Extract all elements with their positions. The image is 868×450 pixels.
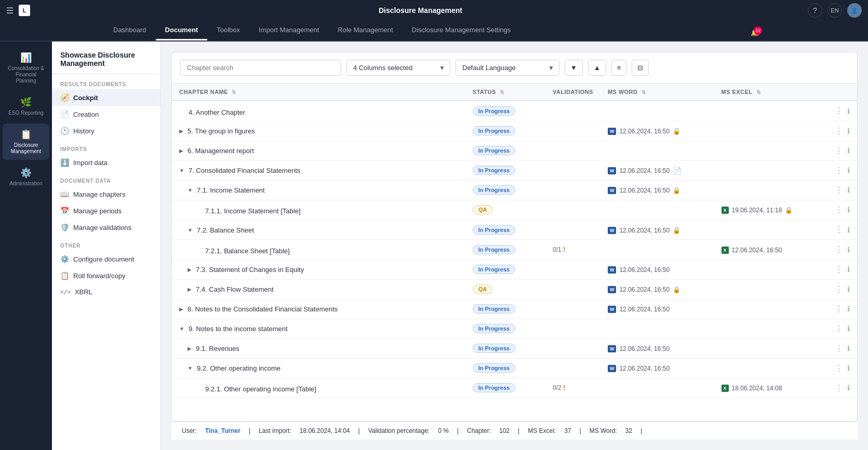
sidebar-item-esg[interactable]: 🌿 ESG Reporting — [3, 91, 49, 121]
row-info-icon[interactable]: ℹ — [847, 166, 850, 174]
expand-down-icon[interactable]: ▼ — [179, 168, 184, 173]
help-button[interactable]: ? — [808, 3, 822, 18]
expand-right-icon[interactable]: ▶ — [179, 148, 183, 154]
expand-all-button[interactable]: ▲ — [588, 60, 606, 76]
row-info-icon[interactable]: ℹ — [847, 226, 850, 234]
expand-down-icon[interactable]: ▼ — [188, 365, 193, 371]
row-info-icon[interactable]: ℹ — [847, 364, 850, 372]
columns-select[interactable]: 4 Columns selected — [346, 60, 450, 76]
expand-right-icon[interactable]: ▶ — [179, 306, 183, 312]
row-more-icon[interactable]: ⋮ — [835, 324, 843, 334]
section-label-docdata: DOCUMENT DATA — [52, 171, 161, 186]
sidebar-item-manage-chapters[interactable]: 📖 Manage chapters — [52, 186, 161, 202]
sidebar-item-xbrl[interactable]: </> XBRL — [52, 284, 161, 300]
nav-dashboard[interactable]: Dashboard — [104, 21, 156, 40]
configure-icon: ⚙️ — [60, 255, 69, 263]
sidebar-item-consolidation[interactable]: 📊 Consolidation & Financial Planning — [3, 47, 49, 89]
status-badge: In Progress — [473, 166, 516, 175]
expand-right-icon[interactable]: ▶ — [188, 287, 192, 292]
nav-role-management[interactable]: Role Management — [328, 21, 402, 40]
row-more-icon[interactable]: ⋮ — [835, 146, 843, 156]
nav-toolbox[interactable]: Toolbox — [207, 21, 249, 40]
table-row: 4. Another ChapterIn Progress ⋮ ℹ — [172, 101, 857, 121]
expand-right-icon[interactable]: ▶ — [188, 346, 192, 351]
actions-cell: ⋮ ℹ — [827, 279, 857, 299]
sidebar-item-import-data[interactable]: ⬇️ Import data — [52, 154, 161, 171]
expand-right-icon[interactable]: ▶ — [188, 267, 192, 272]
excel-cell — [714, 299, 827, 319]
row-more-icon[interactable]: ⋮ — [835, 383, 843, 393]
row-info-icon[interactable]: ℹ — [847, 186, 850, 194]
search-input[interactable] — [180, 60, 341, 76]
row-more-icon[interactable]: ⋮ — [835, 284, 843, 294]
creation-label: Creation — [73, 111, 99, 118]
nav-settings[interactable]: Disclosure Management Settings — [403, 21, 520, 40]
sidebar-item-manage-validations[interactable]: 🛡️ Manage validations — [52, 219, 161, 236]
chapter-name-cell: ▼7.2. Balance Sheet — [172, 220, 465, 240]
chapter-name-cell: ▶7.3. Statement of Changes in Equity — [172, 260, 465, 279]
validation-text: 0/2 — [553, 384, 562, 391]
row-more-icon[interactable]: ⋮ — [835, 185, 843, 195]
sidebar-item-disclosure[interactable]: 📋 Disclosure Management — [3, 124, 49, 160]
row-info-icon[interactable]: ℹ — [847, 265, 850, 274]
row-more-icon[interactable]: ⋮ — [835, 106, 843, 116]
xbrl-icon: </> — [60, 289, 71, 295]
status-cell: In Progress — [465, 180, 545, 200]
row-info-icon[interactable]: ℹ — [847, 305, 850, 313]
row-more-icon[interactable]: ⋮ — [835, 244, 843, 254]
xbrl-label: XBRL — [75, 288, 92, 296]
row-info-icon[interactable]: ℹ — [847, 324, 850, 333]
row-more-icon[interactable]: ⋮ — [835, 205, 843, 215]
expand-right-icon[interactable]: ▶ — [179, 128, 183, 134]
row-info-icon[interactable]: ℹ — [847, 127, 850, 135]
word-date: 12.06.2024, 16:50 — [619, 128, 670, 135]
list-view-button[interactable]: ≡ — [611, 60, 627, 76]
row-info-icon[interactable]: ℹ — [847, 246, 850, 254]
nav-document[interactable]: Document — [156, 21, 208, 40]
sidebar-item-administration[interactable]: ⚙️ Administration — [3, 162, 49, 192]
row-more-icon[interactable]: ⋮ — [835, 225, 843, 235]
sidebar-item-manage-periods[interactable]: 📅 Manage periods — [52, 202, 161, 219]
esg-icon: 🌿 — [20, 97, 32, 108]
sidebar-item-configure[interactable]: ⚙️ Configure document — [52, 251, 161, 267]
row-info-icon[interactable]: ℹ — [847, 107, 850, 115]
actions-cell: ⋮ ℹ — [827, 200, 857, 220]
row-info-icon[interactable]: ℹ — [847, 206, 850, 214]
row-info-icon[interactable]: ℹ — [847, 384, 850, 392]
expand-down-icon[interactable]: ▼ — [188, 187, 193, 193]
validation-cell — [545, 200, 600, 220]
sort-chapter-icon[interactable]: ⇅ — [232, 89, 236, 95]
notification-bell[interactable]: 🔔 22 — [745, 24, 764, 40]
sidebar-item-cockpit[interactable]: 🧭 Cockpit — [52, 89, 161, 106]
filter-button[interactable]: ⊟ — [632, 60, 649, 76]
row-more-icon[interactable]: ⋮ — [835, 166, 843, 175]
sidebar-item-roll-forward[interactable]: 📋 Roll forward/copy — [52, 267, 161, 284]
menu-icon[interactable]: ☰ — [6, 6, 14, 16]
user-avatar[interactable]: 👤 — [847, 3, 862, 18]
expand-down-icon[interactable]: ▼ — [179, 326, 184, 332]
sidebar-item-creation[interactable]: 📄 Creation — [52, 106, 161, 122]
row-more-icon[interactable]: ⋮ — [835, 126, 843, 136]
row-info-icon[interactable]: ℹ — [847, 285, 850, 293]
row-info-icon[interactable]: ℹ — [847, 146, 850, 155]
collapse-all-button[interactable]: ▼ — [565, 60, 583, 76]
status-cell: In Progress — [465, 220, 545, 240]
table-container: CHAPTER NAME ⇅ STATUS ⇅ VALIDATIONS MS W… — [172, 84, 857, 421]
sort-status-icon[interactable]: ⇅ — [500, 89, 504, 95]
language-select[interactable]: Default Language — [456, 60, 559, 76]
row-info-icon[interactable]: ℹ — [847, 344, 850, 352]
sort-excel-icon[interactable]: ⇅ — [756, 89, 760, 95]
row-more-icon[interactable]: ⋮ — [835, 344, 843, 353]
keyboard-icon[interactable]: EN — [827, 3, 842, 18]
table-row: ▶5. The group in figuresIn ProgressW12.0… — [172, 121, 857, 141]
row-more-icon[interactable]: ⋮ — [835, 363, 843, 373]
sort-word-icon[interactable]: ⇅ — [642, 89, 646, 95]
excel-cell: X18.06.2024, 14:08 — [714, 378, 827, 398]
status-badge: In Progress — [473, 344, 516, 353]
row-more-icon[interactable]: ⋮ — [835, 265, 843, 275]
lock-icon: 🔒 — [673, 187, 680, 194]
row-more-icon[interactable]: ⋮ — [835, 304, 843, 314]
nav-import-management[interactable]: Import Management — [249, 21, 328, 40]
expand-down-icon[interactable]: ▼ — [188, 227, 193, 233]
sidebar-item-history[interactable]: 🕐 History — [52, 122, 161, 139]
